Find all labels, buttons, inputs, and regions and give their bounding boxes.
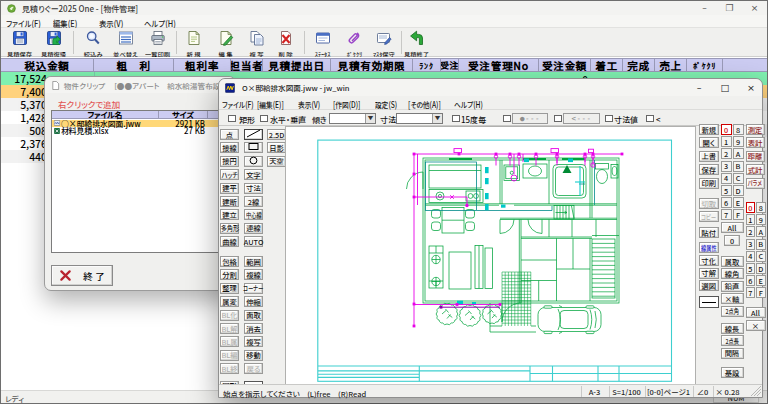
jwr-間隔[interactable]: 間隔: [721, 348, 744, 359]
column-header[interactable]: 完成: [623, 59, 655, 71]
toolbar-button-1[interactable]: 見積復帰: [38, 29, 70, 56]
tool-点[interactable]: 点: [220, 129, 239, 140]
layer-button-0[interactable]: 0: [721, 124, 732, 135]
tool-分割[interactable]: 分割: [220, 269, 239, 280]
column-header[interactable]: 着工: [591, 59, 623, 71]
jwr-上書[interactable]: 上書: [699, 151, 720, 162]
toolbar-button-4[interactable]: 一覧印刷: [142, 29, 174, 56]
dropdown-arrow-icon[interactable]: ▼: [365, 114, 375, 123]
column-header[interactable]: 受注: [441, 59, 459, 71]
jw-close-button[interactable]: ×: [738, 80, 764, 95]
tool-2.5D[interactable]: 2.5D: [267, 129, 286, 140]
tool-接円[interactable]: 接円: [220, 156, 239, 167]
ortho-checkbox[interactable]: [260, 115, 268, 123]
dim-value-checkbox[interactable]: [605, 115, 613, 123]
tool-コーナー[interactable]: コーナー: [244, 283, 263, 294]
tool-整理[interactable]: 整理: [220, 283, 239, 294]
column-header[interactable]: 粗利率: [174, 59, 231, 71]
toolbar-button-10[interactable]: ﾎﾟｹｸﾘ: [338, 29, 370, 56]
jw-menu-item[interactable]: [その他(A)]: [408, 99, 441, 110]
tool-天空[interactable]: 天空: [267, 156, 286, 167]
group-button-E[interactable]: E: [756, 275, 766, 286]
jwr-寸化[interactable]: 寸化: [699, 255, 720, 266]
group-button-6[interactable]: 6: [746, 275, 756, 286]
tool-範囲[interactable]: 範囲: [244, 256, 263, 267]
layer-button-4[interactable]: 4: [721, 173, 732, 184]
group-button-B[interactable]: B: [756, 239, 766, 250]
group-button-1[interactable]: 1: [746, 214, 756, 225]
rect-checkbox[interactable]: [228, 115, 236, 123]
jwr-×軸[interactable]: ×軸: [721, 293, 744, 304]
jwr-コピー[interactable]: コピー: [699, 211, 720, 222]
layer-button-F[interactable]: F: [733, 209, 744, 220]
group-button-0[interactable]: 0: [746, 202, 756, 213]
tool-移動[interactable]: 移動: [244, 350, 263, 361]
tool-多角形[interactable]: 多角形: [220, 223, 239, 234]
column-header[interactable]: 担当者: [231, 59, 263, 71]
jw-scale[interactable]: S=1/100: [609, 386, 643, 397]
group-button-3[interactable]: 3: [746, 239, 756, 250]
jwr-2点角[interactable]: 2点角: [721, 306, 744, 317]
start-arrow-checkbox[interactable]: [503, 115, 511, 123]
toolbar-button-9[interactable]: ｽﾃｰﾀｽ: [307, 29, 339, 56]
jwr-開く[interactable]: 開く: [699, 137, 720, 148]
layer-button-D[interactable]: D: [733, 185, 744, 196]
jwr-layer-all[interactable]: All: [721, 222, 744, 233]
deg15-checkbox[interactable]: [452, 115, 460, 123]
jwr-group-x[interactable]: ×: [746, 320, 766, 331]
mw-restore-button[interactable]: ❐: [717, 1, 742, 15]
group-button-7[interactable]: 7: [746, 287, 756, 298]
jw-menu-item[interactable]: 表示(V): [298, 99, 320, 110]
end-arrow-button[interactable]: <---: [563, 113, 600, 124]
line-attribute-box[interactable]: [699, 296, 719, 308]
jw-minimize-button[interactable]: –: [686, 80, 712, 95]
tool-連線[interactable]: 連線: [244, 223, 263, 234]
jwr-新規[interactable]: 新規: [699, 124, 720, 135]
layer-button-3[interactable]: 3: [721, 161, 732, 172]
tool-ハッチ[interactable]: ハッチ: [220, 169, 239, 180]
toolbar-button-3[interactable]: 並べ替え: [110, 29, 142, 56]
group-button-D[interactable]: D: [756, 263, 766, 274]
layer-button-B[interactable]: B: [733, 161, 744, 172]
jwr-鉛直[interactable]: 鉛直: [721, 281, 744, 292]
group-button-F[interactable]: F: [756, 287, 766, 298]
tool-伸縮[interactable]: 伸縮: [244, 296, 263, 307]
jwr-線角[interactable]: 線角: [721, 268, 744, 279]
jw-menu-item[interactable]: 設定(S): [375, 99, 397, 110]
column-header[interactable]: [723, 59, 767, 71]
tool-文字[interactable]: 文字: [244, 169, 263, 180]
jwr-表計[interactable]: 表計: [746, 137, 765, 148]
jw-menu-item[interactable]: ヘルプ(H): [454, 99, 483, 110]
tool-戻る[interactable]: 戻る: [244, 363, 263, 374]
clip-dialog-close-button[interactable]: 終了: [51, 265, 113, 286]
column-header[interactable]: 見積有効期限: [331, 59, 413, 71]
layer-button-C[interactable]: C: [733, 173, 744, 184]
jwr-線長[interactable]: 線長: [721, 323, 744, 334]
group-button-5[interactable]: 5: [746, 263, 756, 274]
tool-○[interactable]: [244, 156, 263, 167]
column-header[interactable]: 売上: [655, 59, 687, 71]
layer-button-2[interactable]: 2: [721, 148, 732, 159]
column-header[interactable]: ﾎﾟｹｸﾘ: [687, 59, 723, 71]
column-header[interactable]: 税込金額: [1, 59, 94, 71]
resize-grip[interactable]: [750, 385, 761, 396]
tool-□[interactable]: [244, 142, 263, 153]
tool-BL解[interactable]: BL解: [220, 323, 239, 334]
jw-canvas[interactable]: [285, 126, 696, 385]
tool-属変[interactable]: 属変: [220, 296, 239, 307]
tool-建立[interactable]: 建立: [220, 209, 239, 220]
jw-page[interactable]: [0-0]ページ1: [645, 386, 691, 397]
tool-／[interactable]: [244, 129, 263, 140]
jwr-測定[interactable]: 測定: [746, 124, 765, 135]
layer-button-5[interactable]: 5: [721, 185, 732, 196]
column-header[interactable]: 粗 利: [94, 59, 174, 71]
tool-建平[interactable]: 建平: [220, 183, 239, 194]
jw-paper-size[interactable]: A-3: [581, 386, 607, 397]
tool-複写[interactable]: 複写: [244, 336, 263, 347]
group-button-4[interactable]: 4: [746, 251, 756, 262]
jwr-式計[interactable]: 式計: [746, 164, 765, 175]
group-button-2[interactable]: 2: [746, 226, 756, 237]
jwr-属取[interactable]: 属取: [721, 256, 744, 267]
group-button-8[interactable]: 8: [756, 202, 766, 213]
mw-minimize-button[interactable]: –: [692, 1, 717, 15]
